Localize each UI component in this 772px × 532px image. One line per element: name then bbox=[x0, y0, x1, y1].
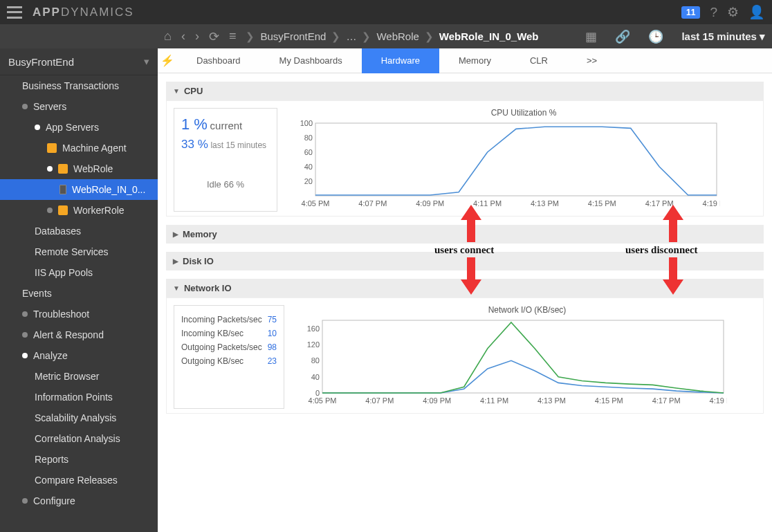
sidebar-item[interactable]: Compare Releases bbox=[0, 470, 158, 490]
sidebar-item[interactable]: Metric Browser bbox=[0, 366, 158, 387]
sidebar-item[interactable]: Configure bbox=[0, 490, 158, 511]
sidebar-item[interactable]: WebRole_IN_0... bbox=[0, 179, 158, 200]
sidebar-item-label: Machine Agent bbox=[62, 143, 127, 154]
svg-text:40: 40 bbox=[304, 163, 313, 171]
svg-text:4:15 PM: 4:15 PM bbox=[595, 396, 623, 405]
bolt-icon[interactable]: ⚡ bbox=[158, 54, 177, 67]
network-stat-row: Outgoing Packets/sec98 bbox=[181, 340, 277, 354]
back-icon[interactable]: ‹ bbox=[181, 29, 185, 44]
sidebar-item-label: Business Transactions bbox=[22, 80, 119, 91]
tab--[interactable]: >> bbox=[567, 48, 616, 73]
agent-icon bbox=[58, 164, 68, 174]
disk-panel-header[interactable]: ▶Disk IO bbox=[166, 252, 764, 270]
sidebar-app-selector[interactable]: BusyFrontEnd▾ bbox=[0, 48, 158, 75]
svg-text:4:19 PM: 4:19 PM bbox=[710, 396, 727, 405]
user-icon[interactable]: 👤 bbox=[748, 4, 765, 20]
breadcrumb-root[interactable]: BusyFrontEnd bbox=[260, 30, 326, 42]
svg-text:4:11 PM: 4:11 PM bbox=[473, 199, 502, 208]
svg-rect-14 bbox=[322, 320, 724, 393]
network-chart: Network I/O (KB/sec) 040801201604:05 PM4… bbox=[298, 305, 756, 409]
bullet-icon bbox=[47, 166, 53, 172]
sidebar-item[interactable]: WebRole bbox=[0, 158, 158, 179]
sidebar-item[interactable]: WorkerRole bbox=[0, 200, 158, 221]
bullet-icon bbox=[47, 208, 53, 213]
sidebar-item[interactable]: Correlation Analysis bbox=[0, 428, 158, 449]
list-icon[interactable]: ≡ bbox=[229, 29, 237, 44]
cpu-chart: CPU Utilization % 204060801004:05 PM4:07… bbox=[291, 108, 756, 212]
network-panel-header[interactable]: ▼Network IO bbox=[166, 279, 764, 297]
svg-text:160: 160 bbox=[307, 324, 320, 333]
brand-logo: APPDYNAMICS bbox=[33, 6, 134, 19]
sidebar-item[interactable]: Troubleshoot bbox=[0, 304, 158, 324]
svg-text:80: 80 bbox=[311, 356, 320, 365]
breadcrumb-ellipsis[interactable]: … bbox=[346, 30, 356, 42]
refresh-icon[interactable]: ⟳ bbox=[209, 29, 219, 44]
sidebar-item[interactable]: IIS App Pools bbox=[0, 262, 158, 283]
sidebar-item[interactable]: Alert & Respond bbox=[0, 324, 158, 345]
bullet-icon bbox=[22, 104, 28, 109]
network-panel: Incoming Packets/sec75Incoming KB/sec10O… bbox=[166, 297, 764, 414]
sidebar: BusyFrontEnd▾ Business TransactionsServe… bbox=[0, 48, 158, 532]
home-icon[interactable]: ⌂ bbox=[164, 29, 172, 44]
stat-label: Outgoing KB/sec bbox=[181, 356, 243, 366]
top-bar: APPDYNAMICS 11 ? ⚙ 👤 bbox=[0, 0, 772, 24]
sidebar-item[interactable]: Analyze bbox=[0, 345, 158, 366]
tab-memory[interactable]: Memory bbox=[439, 48, 511, 73]
agent-icon bbox=[47, 143, 57, 153]
clock-icon[interactable]: 🕒 bbox=[648, 29, 663, 44]
grid-icon[interactable]: ▦ bbox=[585, 29, 597, 44]
svg-text:4:13 PM: 4:13 PM bbox=[537, 396, 566, 405]
tab-hardware[interactable]: Hardware bbox=[362, 48, 439, 73]
sidebar-item[interactable]: Remote Services bbox=[0, 241, 158, 262]
cpu-stats-box: 1 % current 33 % last 15 minutes Idle 66… bbox=[174, 108, 277, 212]
cpu-panel: 1 % current 33 % last 15 minutes Idle 66… bbox=[166, 100, 764, 217]
sidebar-item-label: Correlation Analysis bbox=[35, 433, 120, 444]
svg-text:4:07 PM: 4:07 PM bbox=[358, 199, 387, 208]
svg-text:4:17 PM: 4:17 PM bbox=[652, 396, 681, 405]
menu-icon[interactable] bbox=[7, 6, 22, 19]
toolbar: ⌂ ‹ › ⟳ ≡ ❯ BusyFrontEnd ❯ … ❯ WebRole ❯… bbox=[0, 24, 772, 48]
tab-clr[interactable]: CLR bbox=[511, 48, 567, 73]
sidebar-item[interactable]: Servers bbox=[0, 96, 158, 117]
tab-my-dashboards[interactable]: My Dashboards bbox=[260, 48, 362, 73]
sidebar-item[interactable]: Machine Agent bbox=[0, 138, 158, 158]
sidebar-item[interactable]: Databases bbox=[0, 221, 158, 241]
stat-value: 10 bbox=[268, 329, 277, 338]
sidebar-item-label: Servers bbox=[33, 101, 66, 112]
link-icon[interactable]: 🔗 bbox=[615, 29, 630, 44]
notifications-badge[interactable]: 11 bbox=[681, 6, 700, 19]
sidebar-item[interactable]: Business Transactions bbox=[0, 75, 158, 96]
sidebar-item[interactable]: App Servers bbox=[0, 117, 158, 138]
stat-label: Incoming KB/sec bbox=[181, 329, 243, 338]
sidebar-item[interactable]: Scalability Analysis bbox=[0, 407, 158, 428]
cpu-panel-header[interactable]: ▼CPU bbox=[166, 82, 764, 100]
stat-value: 75 bbox=[268, 315, 277, 324]
bullet-icon bbox=[22, 498, 28, 504]
sidebar-item-label: Metric Browser bbox=[35, 371, 99, 382]
main-content: ⚡ DashboardMy DashboardsHardwareMemoryCL… bbox=[158, 48, 772, 532]
sidebar-item-label: Compare Releases bbox=[35, 475, 118, 486]
sidebar-item-label: Troubleshoot bbox=[33, 309, 89, 320]
time-range-selector[interactable]: last 15 minutes ▾ bbox=[681, 30, 765, 43]
network-stats-box: Incoming Packets/sec75Incoming KB/sec10O… bbox=[174, 305, 284, 409]
svg-text:100: 100 bbox=[300, 120, 313, 127]
tab-dashboard[interactable]: Dashboard bbox=[177, 48, 260, 73]
svg-text:60: 60 bbox=[304, 148, 313, 156]
sidebar-item-label: App Servers bbox=[46, 122, 99, 133]
stat-value: 23 bbox=[268, 356, 277, 366]
settings-gear-icon[interactable]: ⚙ bbox=[727, 4, 739, 20]
stat-label: Incoming Packets/sec bbox=[181, 315, 262, 324]
sidebar-item[interactable]: Information Points bbox=[0, 387, 158, 407]
sidebar-item[interactable]: Events bbox=[0, 283, 158, 304]
sidebar-item-label: Databases bbox=[35, 226, 81, 237]
memory-panel-header[interactable]: ▶Memory bbox=[166, 225, 764, 244]
svg-text:80: 80 bbox=[304, 134, 313, 142]
breadcrumb-mid[interactable]: WebRole bbox=[376, 30, 419, 42]
sidebar-item-label: IIS App Pools bbox=[35, 267, 93, 278]
sidebar-item[interactable]: Reports bbox=[0, 449, 158, 470]
forward-icon[interactable]: › bbox=[195, 29, 199, 44]
bullet-icon bbox=[22, 353, 28, 358]
svg-text:20: 20 bbox=[304, 177, 313, 185]
help-icon[interactable]: ? bbox=[710, 5, 717, 20]
tab-bar: ⚡ DashboardMy DashboardsHardwareMemoryCL… bbox=[158, 48, 772, 73]
